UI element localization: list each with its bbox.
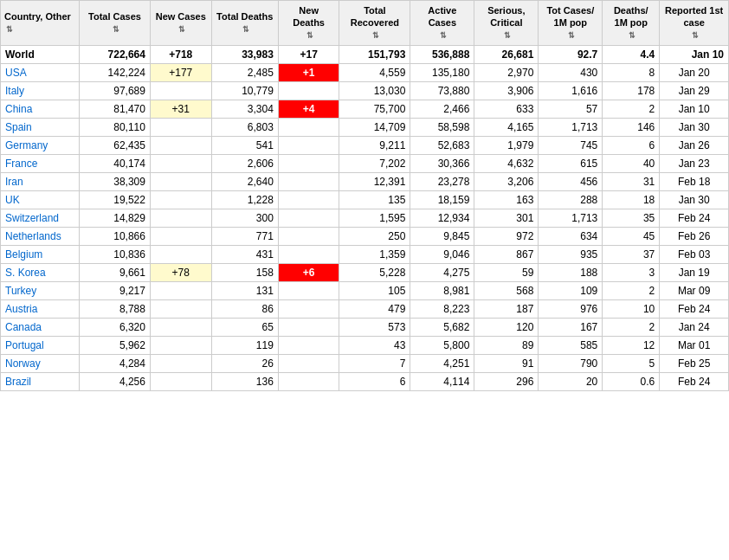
sort-icon-total-cases: ⇅ bbox=[113, 25, 119, 35]
row-0-country: USA bbox=[1, 63, 80, 81]
row-1-deaths-1m: 178 bbox=[603, 81, 660, 100]
country-link-turkey[interactable]: Turkey bbox=[5, 285, 36, 297]
table-row: S. Korea9,661+78158+65,2284,275591883Jan… bbox=[1, 263, 729, 281]
table-row: Turkey9,2171311058,9815681092Mar 09 bbox=[1, 281, 729, 299]
row-9-new-cases bbox=[150, 227, 211, 245]
country-link-portugal[interactable]: Portugal bbox=[5, 339, 44, 351]
row-13-reported-first: Feb 24 bbox=[660, 299, 729, 318]
row-15-reported-first: Mar 01 bbox=[660, 336, 729, 354]
row-1-new-cases bbox=[150, 81, 211, 100]
row-4-reported-first: Jan 26 bbox=[660, 136, 729, 154]
row-1-reported-first: Jan 29 bbox=[660, 81, 729, 100]
row-10-total-cases: 10,836 bbox=[80, 245, 151, 263]
row-10-total-deaths: 431 bbox=[211, 245, 278, 263]
row-15-total-recovered: 43 bbox=[339, 336, 410, 354]
row-15-cases-1m: 585 bbox=[539, 336, 603, 354]
country-link-france[interactable]: France bbox=[5, 158, 37, 170]
header-total-cases[interactable]: Total Cases ⇅ bbox=[80, 1, 151, 46]
header-cases-1m[interactable]: Tot Cases/ 1M pop ⇅ bbox=[539, 1, 603, 46]
header-total-deaths[interactable]: Total Deaths ⇅ bbox=[211, 1, 278, 46]
country-link-belgium[interactable]: Belgium bbox=[5, 248, 42, 261]
sort-icon-total-deaths: ⇅ bbox=[242, 25, 249, 35]
row-8-total-recovered: 1,595 bbox=[339, 209, 410, 227]
country-link-netherlands[interactable]: Netherlands bbox=[5, 230, 61, 242]
row-6-deaths-1m: 31 bbox=[603, 172, 660, 190]
header-total-recovered[interactable]: Total Recovered ⇅ bbox=[339, 1, 410, 46]
header-new-cases[interactable]: New Cases ⇅ bbox=[150, 1, 211, 46]
country-link-usa[interactable]: USA bbox=[5, 67, 27, 79]
row-1-cases-1m: 1,616 bbox=[539, 81, 603, 100]
row-12-total-recovered: 105 bbox=[339, 281, 410, 299]
row-12-deaths-1m: 2 bbox=[603, 281, 660, 299]
row-11-cases-1m: 188 bbox=[539, 263, 603, 281]
sort-icon-deaths-1m: ⇅ bbox=[629, 31, 635, 42]
row-16-total-deaths: 26 bbox=[211, 354, 278, 372]
sort-icon-total-recovered: ⇅ bbox=[372, 31, 379, 42]
row-9-deaths-1m: 45 bbox=[603, 227, 660, 245]
header-country[interactable]: Country, Other ⇅ bbox=[1, 1, 80, 46]
row-0-active-cases: 135,180 bbox=[410, 63, 474, 81]
covid-stats-table: Country, Other ⇅ Total Cases ⇅ New Cases… bbox=[0, 0, 729, 391]
table-row: China81,470+313,304+475,7002,466633572Ja… bbox=[1, 100, 729, 118]
header-new-deaths[interactable]: New Deaths ⇅ bbox=[278, 1, 339, 46]
country-link-s.-korea[interactable]: S. Korea bbox=[5, 267, 46, 279]
row-10-country: Belgium bbox=[1, 245, 80, 263]
row-4-new-deaths bbox=[278, 136, 339, 154]
country-link-austria[interactable]: Austria bbox=[5, 303, 37, 315]
table-row: USA142,224+1772,485+14,559135,1802,97043… bbox=[1, 63, 729, 81]
row-8-serious-critical: 301 bbox=[474, 209, 539, 227]
row-15-active-cases: 5,800 bbox=[410, 336, 474, 354]
row-7-active-cases: 18,159 bbox=[410, 190, 474, 209]
row-12-serious-critical: 568 bbox=[474, 281, 539, 299]
world-new-cases: +718 bbox=[150, 45, 211, 63]
row-1-total-recovered: 13,030 bbox=[339, 81, 410, 100]
row-0-reported-first: Jan 20 bbox=[660, 63, 729, 81]
row-12-new-cases bbox=[150, 281, 211, 299]
row-7-total-cases: 19,522 bbox=[80, 190, 151, 209]
country-link-switzerland[interactable]: Switzerland bbox=[5, 212, 59, 224]
table-row: Portugal5,962119435,8008958512Mar 01 bbox=[1, 336, 729, 354]
row-17-total-deaths: 136 bbox=[211, 372, 278, 390]
sort-icon-country: ⇅ bbox=[6, 25, 13, 35]
row-16-cases-1m: 790 bbox=[539, 354, 603, 372]
row-9-cases-1m: 634 bbox=[539, 227, 603, 245]
row-13-total-recovered: 479 bbox=[339, 299, 410, 318]
country-link-norway[interactable]: Norway bbox=[5, 357, 41, 370]
row-3-active-cases: 58,598 bbox=[410, 118, 474, 136]
row-6-total-deaths: 2,640 bbox=[211, 172, 278, 190]
country-link-brazil[interactable]: Brazil bbox=[5, 376, 31, 388]
row-0-total-cases: 142,224 bbox=[80, 63, 151, 81]
row-9-country: Netherlands bbox=[1, 227, 80, 245]
row-14-country: Canada bbox=[1, 318, 80, 336]
country-link-italy[interactable]: Italy bbox=[5, 85, 24, 97]
row-9-active-cases: 9,845 bbox=[410, 227, 474, 245]
table-row: Spain80,1106,80314,70958,5984,1651,71314… bbox=[1, 118, 729, 136]
header-serious-critical[interactable]: Serious, Critical ⇅ bbox=[474, 1, 539, 46]
row-4-country: Germany bbox=[1, 136, 80, 154]
row-0-total-deaths: 2,485 bbox=[211, 63, 278, 81]
row-10-active-cases: 9,046 bbox=[410, 245, 474, 263]
country-link-germany[interactable]: Germany bbox=[5, 139, 48, 151]
country-link-uk[interactable]: UK bbox=[5, 194, 20, 206]
row-8-deaths-1m: 35 bbox=[603, 209, 660, 227]
country-link-canada[interactable]: Canada bbox=[5, 321, 42, 333]
row-2-active-cases: 2,466 bbox=[410, 100, 474, 118]
row-5-active-cases: 30,366 bbox=[410, 154, 474, 172]
row-9-reported-first: Feb 26 bbox=[660, 227, 729, 245]
row-6-serious-critical: 3,206 bbox=[474, 172, 539, 190]
row-9-new-deaths bbox=[278, 227, 339, 245]
country-link-iran[interactable]: Iran bbox=[5, 176, 23, 188]
country-link-spain[interactable]: Spain bbox=[5, 121, 32, 133]
row-0-new-deaths: +1 bbox=[278, 63, 339, 81]
row-11-serious-critical: 59 bbox=[474, 263, 539, 281]
row-6-active-cases: 23,278 bbox=[410, 172, 474, 190]
row-7-country: UK bbox=[1, 190, 80, 209]
header-active-cases[interactable]: Active Cases ⇅ bbox=[410, 1, 474, 46]
row-15-serious-critical: 89 bbox=[474, 336, 539, 354]
row-11-country: S. Korea bbox=[1, 263, 80, 281]
country-link-china[interactable]: China bbox=[5, 103, 32, 115]
row-5-cases-1m: 615 bbox=[539, 154, 603, 172]
header-deaths-1m[interactable]: Deaths/ 1M pop ⇅ bbox=[603, 1, 660, 46]
row-13-serious-critical: 187 bbox=[474, 299, 539, 318]
header-reported-first[interactable]: Reported 1st case ⇅ bbox=[660, 1, 729, 46]
